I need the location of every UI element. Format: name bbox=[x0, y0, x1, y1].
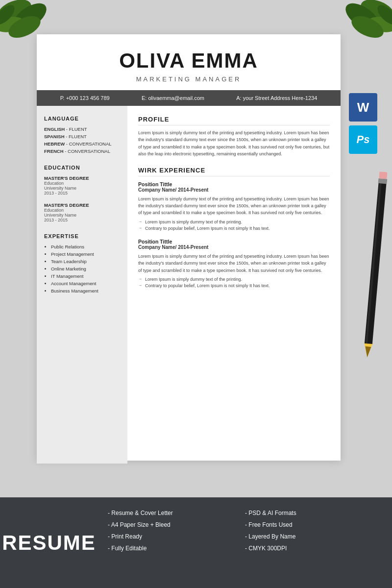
edu-field-1: Education bbox=[44, 181, 120, 186]
contact-email: E: olivaemma@email.com bbox=[142, 95, 204, 101]
work-desc-1: Lorem Ipsum is simply dummy text of the … bbox=[138, 196, 330, 217]
list-item: Business Management bbox=[51, 288, 120, 294]
language-section: LANGUAGE ENGLISH - FLUENT SPANISH - FLUE… bbox=[44, 116, 120, 154]
bullet-list-1: Lorem Ipsum is simply dummy text of the … bbox=[138, 220, 330, 231]
list-item: Team Leadership bbox=[51, 259, 120, 264]
word-badge: W bbox=[349, 93, 377, 122]
lang-spanish: SPANISH - FLUENT bbox=[44, 134, 120, 139]
edu-entry-2: MASTER'S DEGREE Education University Nam… bbox=[44, 202, 120, 222]
education-section: EDUCATION MASTER'S DEGREE Education Univ… bbox=[44, 165, 120, 222]
list-item: Online Marketing bbox=[51, 266, 120, 271]
feature-free-fonts: Free Fonts Used bbox=[245, 521, 382, 528]
main-content: PROFILE Lorem Ipsum is simply dummy text… bbox=[127, 106, 341, 464]
ps-badge: Ps bbox=[349, 125, 377, 154]
expertise-section: EXPERTISE Public Relations Project Manag… bbox=[44, 233, 120, 294]
edu-entry-1: MASTER'S DEGREE Education University Nam… bbox=[44, 175, 120, 196]
feature-print-ready: Print Ready bbox=[108, 533, 245, 540]
feature-resume-cover: Resume & Cover Letter bbox=[108, 510, 245, 516]
company-name-1: Company Name/ 2014-Present bbox=[138, 187, 330, 193]
edu-years-1: 2013 - 2015 bbox=[44, 191, 120, 196]
edu-school-2: University Name bbox=[44, 213, 120, 218]
resume-body: LANGUAGE ENGLISH - FLUENT SPANISH - FLUE… bbox=[37, 106, 341, 464]
resume-name: OLIVA EMMA bbox=[47, 49, 331, 73]
leaf-decoration-left bbox=[0, 0, 59, 44]
bottom-resume-label: RESUME bbox=[2, 531, 96, 555]
svg-rect-14 bbox=[378, 178, 388, 184]
features-col-1: Resume & Cover Letter A4 Paper Size + Bl… bbox=[108, 510, 245, 576]
bottom-resume-label-area: RESUME bbox=[0, 497, 98, 588]
resume-sidebar: LANGUAGE ENGLISH - FLUENT SPANISH - FLUE… bbox=[37, 106, 127, 464]
lang-hebrew: HEBREW - CONVERSATIONAL bbox=[44, 141, 120, 147]
bottom-features: Resume & Cover Letter A4 Paper Size + Bl… bbox=[98, 497, 392, 588]
expertise-section-title: EXPERTISE bbox=[44, 233, 120, 239]
expertise-list: Public Relations Project Management Team… bbox=[44, 244, 120, 294]
resume-job-title: MARKETING MANAGER bbox=[47, 75, 331, 83]
feature-editable: Fully Editable bbox=[108, 545, 245, 552]
lang-english: ENGLISH - FLUENT bbox=[44, 126, 120, 132]
edu-degree-1: MASTER'S DEGREE bbox=[44, 175, 120, 181]
list-item: Contrary to popular belief, Lorem Ipsum … bbox=[138, 283, 330, 288]
bullet-list-2: Lorem Ipsum is simply dummy text of the … bbox=[138, 277, 330, 288]
feature-cmyk: CMYK 300DPI bbox=[245, 545, 382, 552]
list-item: Public Relations bbox=[51, 244, 120, 249]
edu-school-1: University Name bbox=[44, 186, 120, 191]
list-item: Project Management bbox=[51, 251, 120, 257]
svg-rect-15 bbox=[379, 172, 387, 179]
bottom-section: RESUME Resume & Cover Letter A4 Paper Si… bbox=[0, 497, 392, 588]
edu-field-2: Education bbox=[44, 208, 120, 213]
resume-header: OLIVA EMMA MARKETING MANAGER bbox=[37, 34, 341, 90]
list-item: Contrary to popular belief, Lorem Ipsum … bbox=[138, 226, 330, 231]
resume-paper: OLIVA EMMA MARKETING MANAGER P. +000 123… bbox=[37, 34, 341, 461]
profile-text: Lorem Ipsum is simply dummy text of the … bbox=[138, 129, 330, 158]
contact-address: A: your Street Address Here-1234 bbox=[236, 95, 317, 101]
language-section-title: LANGUAGE bbox=[44, 116, 120, 122]
work-entry-2: Position Tittle Company Name/ 2014-Prese… bbox=[138, 239, 330, 288]
list-item: Lorem Ipsum is simply dummy text of the … bbox=[138, 220, 330, 224]
work-entry-1: Position Tittle Company Name/ 2014-Prese… bbox=[138, 181, 330, 231]
feature-paper-size: A4 Paper Size + Bleed bbox=[108, 521, 245, 528]
leaf-decoration-right bbox=[333, 0, 392, 44]
lang-french: FRENCH - CONVERSATIONAL bbox=[44, 148, 120, 154]
position-title-1: Position Tittle bbox=[138, 181, 330, 187]
education-section-title: EDUCATION bbox=[44, 165, 120, 171]
work-desc-2: Lorem Ipsum is simply dummy text of the … bbox=[138, 253, 330, 274]
features-col-2: PSD & AI Formats Free Fonts Used Layered… bbox=[245, 510, 382, 576]
list-item: Lorem Ipsum is simply dummy text of the … bbox=[138, 277, 330, 282]
ps-badge-label: Ps bbox=[357, 133, 370, 146]
company-name-2: Company Name/ 2014-Present bbox=[138, 245, 330, 250]
list-item: Account Management bbox=[51, 281, 120, 286]
contact-bar: P. +000 123 456 789 E: olivaemma@email.c… bbox=[37, 90, 341, 106]
edu-years-2: 2013 - 2015 bbox=[44, 218, 120, 222]
feature-layered: Layered By Name bbox=[245, 533, 382, 540]
software-badges: W Ps bbox=[349, 93, 377, 154]
work-title: WIRK EXPERIENCE bbox=[138, 167, 330, 176]
position-title-2: Position Tittle bbox=[138, 239, 330, 245]
word-badge-label: W bbox=[357, 100, 369, 115]
feature-psd-ai: PSD & AI Formats bbox=[245, 510, 382, 516]
profile-title: PROFILE bbox=[138, 116, 330, 125]
edu-degree-2: MASTER'S DEGREE bbox=[44, 202, 120, 208]
contact-phone: P. +000 123 456 789 bbox=[60, 95, 110, 101]
list-item: IT Management bbox=[51, 273, 120, 279]
